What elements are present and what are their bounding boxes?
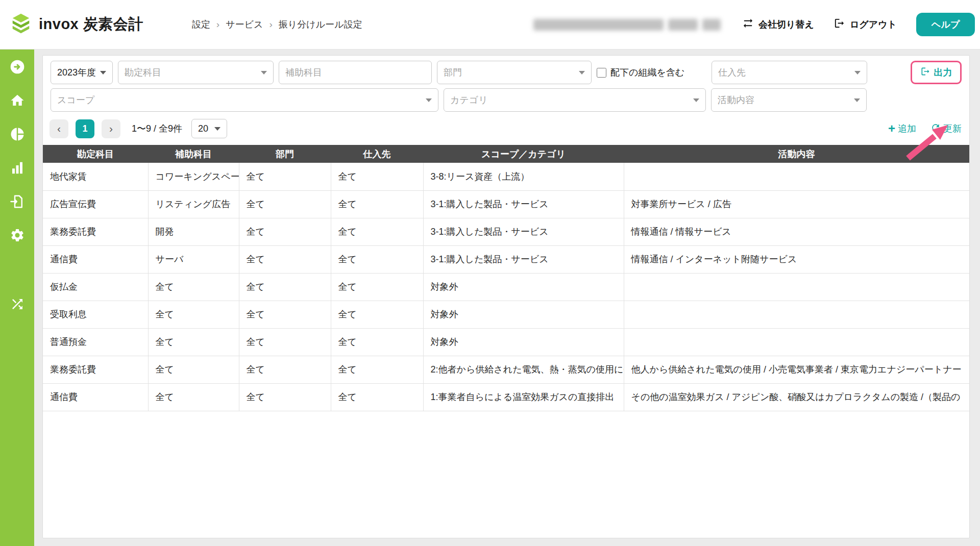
sidebar-item-pie-report[interactable] bbox=[8, 125, 27, 143]
add-rule-button[interactable]: + 追加 bbox=[888, 122, 916, 135]
breadcrumb-settings[interactable]: 設定 bbox=[192, 18, 210, 31]
table-row[interactable]: 受取利息全て全て全て対象外 bbox=[43, 301, 969, 328]
table-cell: 対象外 bbox=[423, 301, 624, 328]
redacted-block bbox=[702, 19, 721, 31]
sidebar-item-bar-report[interactable] bbox=[8, 159, 27, 177]
export-label: 出力 bbox=[934, 66, 952, 79]
company-switch-label: 会社切り替え bbox=[758, 18, 814, 31]
logout-label: ログアウト bbox=[850, 18, 897, 31]
current-page-button[interactable]: 1 bbox=[76, 119, 94, 138]
help-button[interactable]: ヘルプ bbox=[916, 13, 975, 36]
fiscal-year-select[interactable]: 2023年度 bbox=[51, 61, 113, 84]
table-cell: 通信費 bbox=[43, 245, 148, 273]
department-placeholder: 部門 bbox=[444, 66, 462, 79]
table-cell: 全て bbox=[331, 273, 423, 301]
account-select[interactable]: 勘定科目 bbox=[118, 61, 274, 84]
table-cell: コワーキングスペース bbox=[148, 163, 239, 190]
table-body: 地代家賃コワーキングスペース全て全て3-8:リース資産（上流）広告宣伝費リスティ… bbox=[43, 163, 969, 411]
shuffle-icon bbox=[10, 296, 25, 312]
refresh-label: 更新 bbox=[943, 122, 962, 135]
table-cell: 仮払金 bbox=[43, 273, 148, 301]
table-cell: 普通預金 bbox=[43, 328, 148, 356]
chevron-down-icon bbox=[214, 127, 220, 131]
bar-chart-icon bbox=[10, 160, 25, 176]
table-cell: 地代家賃 bbox=[43, 163, 148, 190]
invox-logo-icon bbox=[9, 12, 33, 37]
rules-table: 勘定科目補助科目部門仕入先スコープ／カテゴリ活動内容 地代家賃コワーキングスペー… bbox=[43, 145, 969, 411]
chevron-down-icon bbox=[693, 98, 699, 102]
next-page-button[interactable]: › bbox=[102, 119, 120, 138]
chevron-down-icon bbox=[261, 71, 267, 75]
category-select[interactable]: カテゴリ bbox=[444, 88, 706, 112]
export-button[interactable]: 出力 bbox=[913, 63, 959, 82]
logout-button[interactable]: ログアウト bbox=[834, 17, 897, 32]
table-cell: 業務委託費 bbox=[43, 356, 148, 383]
table-cell: その他の温室効果ガス / アジピン酸、硝酸又はカプロラクタムの製造 /（製品の bbox=[624, 383, 969, 411]
table-cell: リスティング広告 bbox=[148, 190, 239, 218]
sidebar-item-data-export[interactable] bbox=[8, 192, 27, 211]
sidebar-item-assignment-rules[interactable] bbox=[8, 295, 27, 313]
table-row[interactable]: 地代家賃コワーキングスペース全て全て3-8:リース資産（上流） bbox=[43, 163, 969, 190]
activity-select[interactable]: 活動内容 bbox=[711, 88, 867, 112]
breadcrumb: 設定 › サービス › 振り分けルール設定 bbox=[192, 18, 362, 31]
table-cell: 全て bbox=[331, 328, 423, 356]
content-card: 2023年度 勘定科目 部門 配下の組織を含む bbox=[42, 55, 970, 538]
top-header: invox 炭素会計 設定 › サービス › 振り分けルール設定 会社切り替 bbox=[0, 0, 980, 49]
table-cell: 情報通信 / 情報サービス bbox=[624, 218, 969, 245]
include-sub-org-checkbox[interactable] bbox=[597, 68, 606, 78]
table-row[interactable]: 通信費サーバ全て全て3-1:購入した製品・サービス情報通信 / インターネット附… bbox=[43, 245, 969, 273]
table-row[interactable]: 普通預金全て全て全て対象外 bbox=[43, 328, 969, 356]
refresh-button[interactable]: 更新 bbox=[930, 122, 962, 135]
table-row[interactable]: 業務委託費全て全て全て2:他者から供給された電気、熱・蒸気の使用に伴う間接排出他… bbox=[43, 356, 969, 383]
chevron-down-icon bbox=[854, 71, 861, 75]
table-cell: 全て bbox=[331, 245, 423, 273]
page-size-select[interactable]: 20 bbox=[191, 119, 227, 138]
company-switch-button[interactable]: 会社切り替え bbox=[742, 17, 814, 32]
pagination-toolbar: ‹ 1 › 1〜9 / 全9件 20 + 追加 bbox=[43, 119, 969, 138]
table-cell: 業務委託費 bbox=[43, 218, 148, 245]
department-select[interactable]: 部門 bbox=[437, 61, 592, 84]
breadcrumb-separator: › bbox=[216, 19, 219, 30]
chevron-down-icon bbox=[100, 71, 106, 75]
arrow-circle-icon bbox=[9, 59, 26, 75]
table-cell: 全て bbox=[148, 356, 239, 383]
supplier-select[interactable]: 仕入先 bbox=[712, 61, 867, 84]
prev-page-button[interactable]: ‹ bbox=[50, 119, 68, 138]
redacted-company-name bbox=[533, 19, 721, 31]
table-cell: 全て bbox=[331, 356, 423, 383]
sidebar-item-settings[interactable] bbox=[8, 226, 27, 244]
scope-placeholder: スコープ bbox=[57, 94, 94, 106]
table-cell: 全て bbox=[148, 273, 239, 301]
table-cell: 全て bbox=[331, 218, 423, 245]
sub-account-input[interactable] bbox=[279, 61, 432, 84]
chevron-down-icon bbox=[426, 98, 432, 102]
table-cell: 全て bbox=[331, 301, 423, 328]
scope-select[interactable]: スコープ bbox=[51, 88, 438, 112]
table-cell: 1:事業者自らによる温室効果ガスの直接排出 bbox=[423, 383, 624, 411]
result-range-text: 1〜9 / 全9件 bbox=[132, 122, 182, 135]
app-logo[interactable]: invox 炭素会計 bbox=[9, 12, 143, 37]
breadcrumb-service[interactable]: サービス bbox=[226, 18, 263, 31]
breadcrumb-separator: › bbox=[269, 19, 272, 30]
refresh-icon bbox=[930, 122, 941, 135]
table-row[interactable]: 通信費全て全て全て1:事業者自らによる温室効果ガスの直接排出その他の温室効果ガス… bbox=[43, 383, 969, 411]
table-row[interactable]: 業務委託費開発全て全て3-1:購入した製品・サービス情報通信 / 情報サービス bbox=[43, 218, 969, 245]
sidebar-item-home[interactable] bbox=[8, 91, 27, 110]
table-cell: 全て bbox=[331, 190, 423, 218]
table-cell: 3-1:購入した製品・サービス bbox=[423, 245, 624, 273]
sidebar-collapse-button[interactable] bbox=[8, 58, 27, 76]
topbar-right: 会社切り替え ログアウト ヘルプ bbox=[533, 13, 980, 36]
filter-row-1: 2023年度 勘定科目 部門 配下の組織を含む bbox=[51, 61, 962, 84]
table-header-row: 勘定科目補助科目部門仕入先スコープ／カテゴリ活動内容 bbox=[43, 145, 969, 163]
filter-row-2: スコープ カテゴリ 活動内容 bbox=[51, 88, 962, 112]
logout-icon bbox=[834, 17, 845, 32]
activity-placeholder: 活動内容 bbox=[718, 94, 754, 106]
chevron-down-icon bbox=[579, 71, 585, 75]
table-row[interactable]: 仮払金全て全て全て対象外 bbox=[43, 273, 969, 301]
table-row[interactable]: 広告宣伝費リスティング広告全て全て3-1:購入した製品・サービス対事業所サービス… bbox=[43, 190, 969, 218]
table-cell: 対事業所サービス / 広告 bbox=[624, 190, 969, 218]
table-cell: 全て bbox=[239, 245, 331, 273]
column-header: スコープ／カテゴリ bbox=[423, 145, 624, 163]
column-header: 勘定科目 bbox=[43, 145, 148, 163]
toolbar-actions: + 追加 更新 bbox=[888, 122, 962, 135]
